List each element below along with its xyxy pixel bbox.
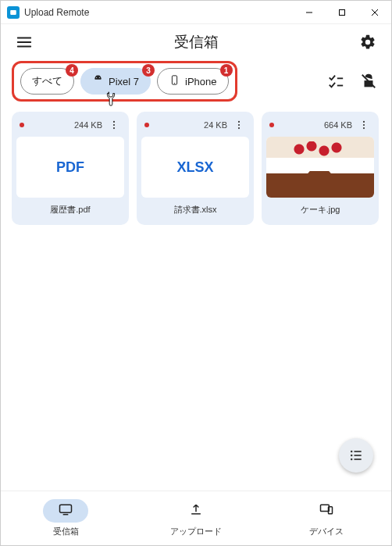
svg-point-13 (113, 124, 115, 126)
image-preview (266, 137, 374, 198)
svg-point-19 (363, 124, 365, 126)
window-controls (293, 1, 391, 24)
page-title: 受信箱 (37, 32, 355, 52)
file-card[interactable]: 664 KB ケーキ.jpg (262, 112, 379, 225)
more-button[interactable] (107, 120, 121, 130)
window-title: Upload Remote (24, 7, 89, 18)
app-bar: 受信箱 (1, 24, 391, 60)
svg-rect-26 (355, 459, 362, 460)
nav-label: アップロード (170, 526, 222, 537)
svg-rect-2 (340, 9, 345, 15)
nav-label: デバイス (309, 526, 344, 537)
bottom-nav: 受信箱 アップロード デバイス (1, 491, 391, 545)
nav-inbox[interactable]: 受信箱 (1, 491, 131, 545)
chip-label: Pixel 7 (109, 76, 139, 87)
file-size: 664 KB (324, 120, 352, 130)
file-thumbnail: PDF (16, 137, 124, 198)
list-view-fab[interactable] (339, 438, 373, 473)
chip-badge: 1 (220, 64, 233, 77)
file-name: ケーキ.jpg (266, 204, 374, 217)
window-titlebar: Upload Remote (1, 1, 391, 24)
chip-badge: 4 (66, 64, 78, 77)
file-size: 24 KB (204, 120, 227, 130)
svg-rect-0 (10, 10, 16, 15)
svg-point-22 (351, 455, 353, 457)
app-icon (7, 6, 20, 19)
svg-point-12 (113, 121, 115, 123)
more-button[interactable] (232, 120, 246, 130)
menu-button[interactable] (12, 30, 37, 55)
lock-off-button[interactable] (360, 73, 377, 90)
close-button[interactable] (358, 1, 391, 24)
svg-rect-27 (60, 505, 72, 512)
nav-devices[interactable]: デバイス (261, 491, 391, 545)
filter-highlight-box: すべて 4 Pixel 7 3 iPhone 1 (12, 61, 237, 102)
chip-badge: 3 (142, 64, 155, 77)
filter-chip-all[interactable]: すべて 4 (20, 68, 74, 95)
file-thumbnail (266, 137, 374, 198)
inbox-icon (58, 501, 73, 520)
svg-point-23 (351, 459, 353, 461)
nav-label: 受信箱 (53, 526, 79, 537)
svg-point-18 (363, 121, 365, 123)
svg-rect-24 (355, 451, 362, 452)
svg-point-21 (351, 451, 353, 453)
file-size: 244 KB (74, 120, 102, 130)
svg-point-16 (238, 124, 240, 126)
svg-point-17 (238, 127, 240, 129)
nav-upload[interactable]: アップロード (131, 491, 262, 545)
settings-button[interactable] (355, 30, 380, 55)
unread-dot-icon (144, 123, 149, 127)
filter-chip-iphone[interactable]: iPhone 1 (157, 68, 228, 95)
chip-label: iPhone (185, 76, 216, 87)
phone-icon (169, 74, 180, 88)
unread-dot-icon (20, 123, 24, 127)
file-name: 履歴書.pdf (16, 204, 124, 217)
maximize-button[interactable] (326, 1, 358, 24)
more-button[interactable] (357, 120, 371, 130)
svg-rect-25 (355, 455, 362, 456)
svg-point-5 (96, 77, 97, 78)
svg-point-8 (174, 83, 175, 84)
android-icon (92, 74, 104, 88)
file-card[interactable]: 244 KB PDF 履歴書.pdf (12, 112, 129, 225)
filter-chip-pixel7[interactable]: Pixel 7 3 (80, 68, 151, 95)
chip-label: すべて (32, 74, 62, 88)
svg-point-14 (113, 127, 115, 129)
content-area: 244 KB PDF 履歴書.pdf 24 KB XLSX 請求書.xlsx 6… (1, 102, 391, 491)
svg-rect-29 (320, 505, 329, 511)
upload-icon (188, 501, 204, 520)
svg-rect-30 (328, 507, 332, 514)
file-name: 請求書.xlsx (141, 204, 249, 217)
toolbar-icons (327, 73, 380, 90)
file-card[interactable]: 24 KB XLSX 請求書.xlsx (137, 112, 254, 225)
filter-row: すべて 4 Pixel 7 3 iPhone 1 (1, 60, 391, 102)
svg-point-6 (99, 77, 100, 78)
minimize-button[interactable] (293, 1, 326, 24)
file-grid: 244 KB PDF 履歴書.pdf 24 KB XLSX 請求書.xlsx 6… (12, 112, 380, 225)
devices-icon (319, 501, 334, 520)
select-all-button[interactable] (327, 73, 344, 90)
file-thumbnail: XLSX (141, 137, 249, 198)
svg-point-15 (238, 121, 240, 123)
svg-point-20 (363, 127, 365, 129)
unread-dot-icon (269, 123, 274, 127)
